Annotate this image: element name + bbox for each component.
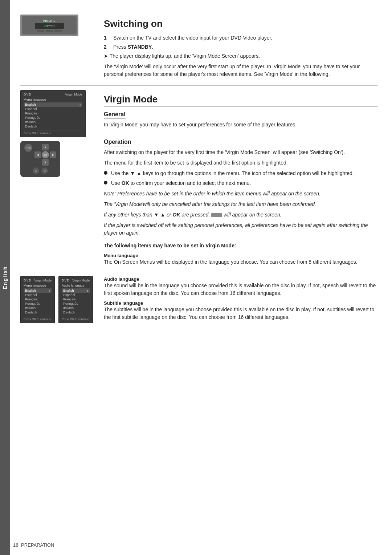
side-tab-label: English xyxy=(2,266,8,289)
audio-language-body: The sound will be in the language you ch… xyxy=(104,282,377,297)
dvd-menu-2-item-3: Português xyxy=(24,301,52,306)
switching-on-left: PHILIPS DVD-Video xyxy=(20,15,93,81)
dvd-menu-2-item-2: Français xyxy=(24,297,52,301)
dvd-logo-2: DVD xyxy=(24,279,32,282)
dvd-menu-2-item-4: Italiano xyxy=(24,306,52,310)
dvd-menu-3-item-1: Español xyxy=(62,293,90,297)
operation-body1: After switching on the player for the ve… xyxy=(104,149,377,156)
bullet-2: Use OK to confirm your selection and to … xyxy=(104,179,377,187)
device-brand: PHILIPS xyxy=(43,20,56,22)
dpad-right: ▶ xyxy=(50,151,56,158)
page-footer: 18 PREPARATION xyxy=(13,542,54,548)
device-image: PHILIPS DVD-Video xyxy=(20,15,78,36)
note-1: Note: Preferences have to be set in the … xyxy=(104,190,377,198)
bullet-1: Use the ▼ ▲ keys to go through the optio… xyxy=(104,170,377,177)
dvd-menu-1-item-0: English ⬥ xyxy=(24,102,82,107)
audio-language-subheading: Audio language xyxy=(104,276,139,282)
steps-list: 1 Switch on the TV and select the video … xyxy=(104,34,377,51)
switching-on-body: The 'Virgin Mode' will only occur after … xyxy=(104,63,377,78)
subtitle-language-body: The subtitles will be in the language yo… xyxy=(104,306,377,321)
dvd-logo-1: DVD xyxy=(24,93,32,96)
dvd-menu-1-footer: Press OK to continue xyxy=(24,130,82,135)
bottom-layout: DVD Virgin Mode Menu language English ⬥ … xyxy=(20,276,377,331)
note-4: If the player is switched off while sett… xyxy=(104,222,377,237)
remote-return-btn: RTN xyxy=(24,144,32,152)
dvd-menu-3: DVD Virgin Mode Audio language English ⬥… xyxy=(58,276,93,323)
dvd-menu-1-item-1: Español xyxy=(24,107,82,111)
virgin-mode-title: Virgin Mode xyxy=(104,94,377,107)
footer-section: PREPARATION xyxy=(21,542,54,548)
dvd-mode-1: Virgin Mode xyxy=(65,93,82,96)
operation-body2: The menu for the first item to be set is… xyxy=(104,159,377,167)
standby-label: STANDBY xyxy=(128,44,152,50)
ok-bold: OK xyxy=(122,180,129,186)
dvd-menu-2: DVD Virgin Mode Menu language English ⬥ … xyxy=(20,276,55,323)
remote-control: RTN ▲ ▼ ◀ ▶ OK ⊕ ⊕ xyxy=(20,141,60,177)
general-body: In 'Virgin Mode' you may have to set you… xyxy=(104,121,377,129)
dvd-logo-3: DVD xyxy=(62,279,70,282)
arrow-note-text: The player display lights up, and the 'V… xyxy=(110,53,260,59)
dvd-menu-1: DVD Virgin Mode Menu language English ⬥ … xyxy=(20,90,86,137)
general-heading: General xyxy=(104,111,126,119)
dvd-menu-3-label: Audio language xyxy=(62,284,90,287)
switching-on-title: Switching on xyxy=(104,18,377,31)
operation-heading: Operation xyxy=(104,139,131,146)
dvd-menu-3-header: DVD Virgin Mode xyxy=(62,279,90,282)
remote-btn-a: ⊕ xyxy=(33,167,39,174)
dvd-menu-2-item-1: Español xyxy=(24,293,52,297)
menu-language-body: The On Screen Menus will be displayed in… xyxy=(104,258,377,266)
following-heading-text: The following items may have to be set i… xyxy=(104,243,236,248)
bottom-section: DVD Virgin Mode Menu language English ⬥ … xyxy=(20,276,377,331)
following-items-heading: The following items may have to be set i… xyxy=(104,242,377,250)
step-2-text: Press STANDBY. xyxy=(113,43,153,51)
device-btn-3 xyxy=(54,30,62,32)
menu-language-subheading: Menu language xyxy=(104,253,138,258)
dvd-menu-3-item-3: Português xyxy=(62,301,90,306)
bottom-dvd-menus: DVD Virgin Mode Menu language English ⬥ … xyxy=(20,276,93,327)
step-2: 2 Press STANDBY. xyxy=(104,43,377,51)
dpad-left: ◀ xyxy=(34,151,41,158)
dpad-up: ▲ xyxy=(42,144,49,150)
remote-btn-b: ⊕ xyxy=(41,167,48,174)
dvd-mode-2: Virgin Mode xyxy=(34,279,52,282)
subtitle-language-subheading: Subtitle language xyxy=(104,300,143,306)
dvd-menu-2-label: Menu language xyxy=(24,284,52,287)
note-2: The 'Virgin Mode'will only be cancelled … xyxy=(104,200,377,208)
page-number: 18 xyxy=(13,542,18,548)
dvd-menu-1-item-4: Italiano xyxy=(24,120,82,124)
dvd-menu-1-label: Menu language xyxy=(24,98,82,101)
bullet-dot-2 xyxy=(104,181,107,185)
dpad-ok: OK xyxy=(42,151,49,158)
dvd-menu-1-item-5: Deutsch xyxy=(24,124,82,129)
note-3: If any other keys than ▼ ▲ or OK are pre… xyxy=(104,211,377,219)
dvd-menu-3-item-0: English ⬥ xyxy=(62,288,90,293)
switching-on-right: Switching on 1 Switch on the TV and sele… xyxy=(104,15,377,81)
dvd-menu-1-header: DVD Virgin Mode xyxy=(24,93,82,96)
main-content: PHILIPS DVD-Video Switching on 1 Swit xyxy=(13,0,392,341)
bullet-2-text: Use OK to confirm your selection and to … xyxy=(111,179,251,187)
remote-top-row: RTN ▲ ▼ ◀ ▶ OK xyxy=(24,144,56,166)
device-buttons xyxy=(37,30,62,32)
dvd-menu-1-item-3: Português xyxy=(24,116,82,120)
device-btn-1 xyxy=(37,30,44,32)
device-display: DVD-Video xyxy=(35,23,64,29)
bottom-right-text: Audio language The sound will be in the … xyxy=(104,276,377,331)
step-1-text: Switch on the TV and select the video in… xyxy=(113,34,272,42)
dvd-menu-3-item-2: Français xyxy=(62,297,90,301)
inline-image xyxy=(211,213,222,217)
step-2-arrow: ➤ The player display lights up, and the … xyxy=(104,52,377,60)
remote-dpad: ▲ ▼ ◀ ▶ OK xyxy=(34,144,56,166)
dvd-menu-2-item-5: Deutsch xyxy=(24,310,52,315)
remote-bottom-row: ⊕ ⊕ xyxy=(33,167,48,174)
switching-on-section: PHILIPS DVD-Video Switching on 1 Swit xyxy=(20,15,377,81)
virgin-mode-section: DVD Virgin Mode Menu language English ⬥ … xyxy=(20,90,377,269)
bullet-1-text: Use the ▼ ▲ keys to go through the optio… xyxy=(111,170,354,177)
bottom-left-images: DVD Virgin Mode Menu language English ⬥ … xyxy=(20,276,93,331)
step-2-num: 2 xyxy=(104,43,110,51)
dvd-menu-2-header: DVD Virgin Mode xyxy=(24,279,52,282)
side-tab: English xyxy=(0,0,10,555)
step-1-num: 1 xyxy=(104,34,110,42)
dvd-mode-3: Virgin Mode xyxy=(72,279,90,282)
dvd-menu-3-item-5: Deutsch xyxy=(62,310,90,315)
dvd-menu-2-footer: Press OK to continue xyxy=(24,316,52,321)
